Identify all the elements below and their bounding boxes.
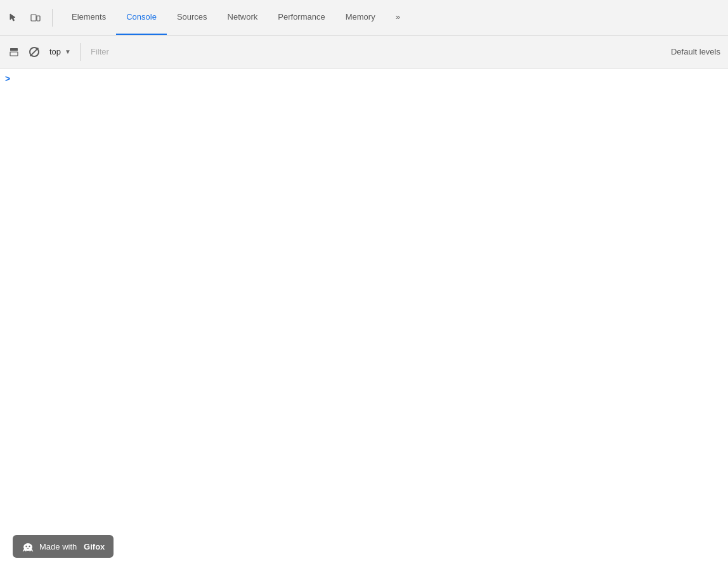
badge-made-with-text: Made with Gifox (39, 542, 105, 551)
gifox-logo-icon (22, 540, 34, 553)
toolbar-icons (5, 9, 56, 27)
svg-point-4 (23, 543, 32, 551)
tab-network[interactable]: Network (218, 0, 268, 35)
svg-rect-3 (10, 52, 18, 56)
tab-elements[interactable]: Elements (62, 0, 116, 35)
tab-sources[interactable]: Sources (167, 0, 218, 35)
device-icon (30, 13, 41, 23)
tab-more[interactable]: » (386, 0, 410, 35)
context-selector[interactable]: top ▼ (46, 43, 75, 61)
secondary-toolbar: top ▼ Default levels (0, 35, 728, 68)
clear-console-button[interactable] (25, 43, 43, 61)
tab-bar: Elements Console Sources Network Perform… (0, 0, 728, 35)
gifox-fox-icon (22, 540, 34, 553)
tabs-container: Elements Console Sources Network Perform… (62, 0, 723, 35)
toolbar-divider (52, 9, 53, 27)
context-dropdown-arrow: ▼ (65, 48, 71, 55)
default-levels-button[interactable]: Default levels (671, 47, 723, 56)
filter-input[interactable] (86, 43, 668, 61)
tab-console[interactable]: Console (116, 0, 167, 35)
svg-point-5 (25, 546, 27, 547)
secondary-divider (80, 43, 81, 61)
tab-performance[interactable]: Performance (268, 0, 335, 35)
show-drawer-button[interactable] (5, 43, 23, 61)
no-entry-icon (29, 47, 39, 57)
svg-rect-1 (37, 16, 40, 21)
cursor-icon (9, 13, 19, 23)
svg-point-6 (29, 546, 30, 547)
gifox-badge: Made with Gifox (13, 535, 114, 558)
svg-rect-0 (31, 15, 36, 21)
console-prompt-row: > (0, 71, 728, 86)
inspect-element-button[interactable] (5, 9, 23, 27)
drawer-icon (10, 48, 18, 56)
context-value: top (49, 47, 61, 56)
device-toggle-button[interactable] (27, 9, 44, 27)
console-chevron-right[interactable]: > (5, 74, 10, 84)
svg-rect-2 (10, 48, 18, 51)
console-output-area: > (0, 68, 728, 535)
tab-memory[interactable]: Memory (335, 0, 386, 35)
